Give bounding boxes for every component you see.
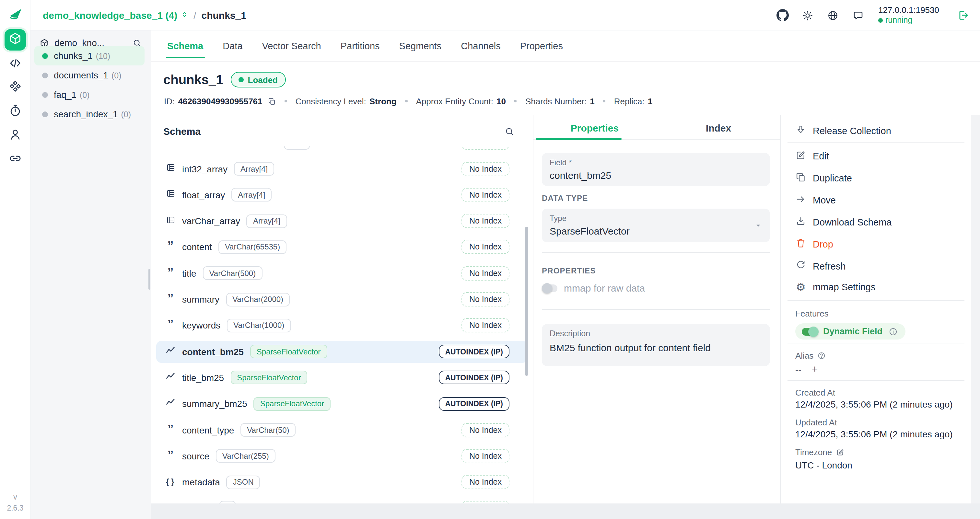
field-name: summary_bm25 bbox=[182, 398, 247, 409]
copy-icon[interactable] bbox=[268, 97, 276, 105]
info-label: Approx Entity Count: bbox=[416, 96, 493, 106]
info-replica: Replica:1 bbox=[614, 96, 652, 106]
type-select[interactable]: Type SparseFloatVector bbox=[542, 209, 770, 242]
array-field-icon bbox=[165, 163, 175, 175]
schema-row-source[interactable]: ”sourceVarChar(255)No Index bbox=[156, 445, 528, 467]
schema-row-content_type[interactable]: ”content_typeVarChar(50)No Index bbox=[156, 419, 528, 441]
properties-section-label: PROPERTIES bbox=[542, 266, 596, 275]
rail-monitoring-stopwatch-icon[interactable] bbox=[5, 101, 26, 122]
dynamic-field-pill[interactable]: Dynamic Field bbox=[795, 323, 905, 340]
refresh-button[interactable]: Refresh bbox=[795, 257, 846, 275]
tab-schema[interactable]: Schema bbox=[167, 30, 203, 62]
status-text: running bbox=[885, 16, 912, 25]
info-shards-number: Shards Number:1 bbox=[525, 96, 595, 106]
created-at-value: 12/4/2025, 3:55:06 PM (2 minutes ago) bbox=[795, 399, 953, 409]
field-tab-index[interactable]: Index bbox=[657, 115, 780, 140]
trash-icon bbox=[795, 238, 806, 251]
rail-database-cube-icon[interactable] bbox=[5, 29, 26, 51]
right-scrollbar-track[interactable] bbox=[971, 115, 980, 503]
database-cube-icon bbox=[8, 32, 22, 48]
entity-count: (0) bbox=[111, 71, 121, 80]
github-icon[interactable] bbox=[775, 8, 790, 23]
field-index-chip[interactable]: AUTOINDEX (IP) bbox=[439, 345, 510, 358]
field-index-chip: No Index bbox=[461, 266, 509, 280]
field-name: varChar_array bbox=[182, 216, 240, 226]
schema-row-title_bm25[interactable]: title_bm25SparseFloatVectorAUTOINDEX (IP… bbox=[156, 367, 528, 389]
loaded-status-badge[interactable]: Loaded bbox=[231, 72, 285, 87]
unloaded-dot-icon bbox=[42, 92, 48, 97]
info-separator-dot bbox=[405, 100, 408, 102]
varchar-field-icon: ” bbox=[167, 243, 174, 251]
schema-row-summary[interactable]: ”summaryVarChar(2000)No Index bbox=[156, 288, 528, 310]
release-collection-button[interactable]: Release Collection bbox=[795, 122, 891, 140]
sidebar-collection-faq_1[interactable]: faq_1 (0) bbox=[34, 85, 145, 104]
field-type-chip: VarChar(65535) bbox=[218, 240, 286, 254]
sidebar-collection-search_index_1[interactable]: search_index_1 (0) bbox=[34, 104, 145, 124]
loaded-label: Loaded bbox=[248, 75, 278, 84]
tab-properties[interactable]: Properties bbox=[520, 30, 563, 62]
schema-row-title[interactable]: ”titleVarChar(500)No Index bbox=[156, 262, 528, 284]
schema-row-float_array[interactable]: float_arrayArray[4]No Index bbox=[156, 184, 528, 206]
tab-channels[interactable]: Channels bbox=[461, 30, 501, 62]
field-name: summary bbox=[182, 294, 220, 305]
connections-link-icon bbox=[8, 152, 22, 168]
nav-rail: v 2.6.3 bbox=[0, 0, 30, 519]
rail-cluster-diamonds-icon[interactable] bbox=[5, 77, 26, 98]
mmap-settings-button[interactable]: ⚙mmap Settings bbox=[795, 278, 875, 296]
field-index-chip[interactable]: AUTOINDEX (IP) bbox=[439, 371, 510, 384]
info-circle-icon[interactable] bbox=[888, 327, 897, 336]
tab-segments[interactable]: Segments bbox=[399, 30, 442, 62]
field-type-chip: VarChar(1000) bbox=[227, 319, 291, 332]
milvus-logo[interactable] bbox=[8, 6, 23, 21]
field-tab-properties[interactable]: Properties bbox=[533, 115, 657, 140]
move-button[interactable]: Move bbox=[795, 191, 836, 209]
tab-partitions[interactable]: Partitions bbox=[340, 30, 380, 62]
description-box[interactable]: Description BM25 function output for con… bbox=[542, 324, 770, 366]
tab-vector-search[interactable]: Vector Search bbox=[262, 30, 321, 62]
download-schema-button[interactable]: Download Schema bbox=[795, 213, 891, 231]
sidebar-collection-chunks_1[interactable]: chunks_1 (10) bbox=[34, 46, 145, 65]
collection-detail-card: SchemaDataVector SearchPartitionsSegment… bbox=[151, 30, 980, 503]
created-at-label: Created At bbox=[795, 388, 835, 397]
field-tab-active-underline bbox=[536, 138, 622, 140]
breadcrumb-database[interactable]: demo_knowledge_base_1 (4) bbox=[43, 10, 188, 21]
add-alias-button[interactable]: + bbox=[812, 364, 818, 375]
rail-code-playground-icon[interactable] bbox=[5, 54, 26, 75]
action-label: Refresh bbox=[813, 261, 846, 271]
field-name-box[interactable]: Field * content_bm25 bbox=[542, 153, 770, 186]
rail-users-icon[interactable] bbox=[5, 125, 26, 146]
schema-row-content_bm25[interactable]: content_bm25SparseFloatVectorAUTOINDEX (… bbox=[156, 341, 528, 362]
rail-connections-link-icon[interactable] bbox=[5, 149, 26, 170]
edit-button[interactable]: Edit bbox=[795, 147, 829, 165]
mmap-toggle[interactable] bbox=[542, 284, 557, 292]
field-index-chip: No Index bbox=[461, 214, 509, 228]
duplicate-button[interactable]: Duplicate bbox=[795, 169, 852, 187]
schema-row-varChar_array[interactable]: varChar_arrayArray[4]No Index bbox=[156, 210, 528, 232]
schema-scrollbar-thumb[interactable] bbox=[525, 227, 528, 376]
schema-row-keywords[interactable]: ”keywordsVarChar(1000)No Index bbox=[156, 314, 528, 336]
tab-data[interactable]: Data bbox=[223, 30, 242, 62]
language-globe-icon[interactable] bbox=[825, 8, 841, 23]
schema-row-int32_array[interactable]: int32_arrayArray[4]No Index bbox=[156, 158, 528, 180]
info-separator-dot bbox=[514, 100, 517, 102]
features-label: Features bbox=[795, 309, 829, 319]
details-divider-1 bbox=[788, 343, 964, 343]
drop-button[interactable]: Drop bbox=[795, 235, 833, 253]
question-circle-icon[interactable] bbox=[817, 351, 826, 360]
sidebar-resize-handle[interactable] bbox=[148, 269, 150, 290]
connection-info: 127.0.0.1:19530 running bbox=[878, 5, 939, 25]
schema-search-icon[interactable] bbox=[504, 126, 515, 139]
collection-name: documents_1 (0) bbox=[54, 70, 121, 80]
schema-row-metadata[interactable]: { }metadataJSONNo Index bbox=[156, 471, 528, 493]
theme-light-icon[interactable] bbox=[800, 8, 815, 23]
dynamic-field-toggle[interactable] bbox=[802, 327, 817, 335]
edit-timezone-icon[interactable] bbox=[836, 448, 844, 457]
disconnect-logout-icon[interactable] bbox=[955, 8, 971, 23]
schema-row-content[interactable]: ”contentVarChar(65535)No Index bbox=[156, 236, 528, 258]
feedback-chat-icon[interactable] bbox=[850, 8, 866, 23]
info-label: Consistency Level: bbox=[296, 96, 366, 106]
schema-row-partial-bottom: No Index bbox=[156, 497, 528, 503]
sidebar-collection-documents_1[interactable]: documents_1 (0) bbox=[34, 65, 145, 85]
schema-row-summary_bm25[interactable]: summary_bm25SparseFloatVectorAUTOINDEX (… bbox=[156, 393, 528, 415]
field-index-chip[interactable]: AUTOINDEX (IP) bbox=[439, 397, 510, 411]
